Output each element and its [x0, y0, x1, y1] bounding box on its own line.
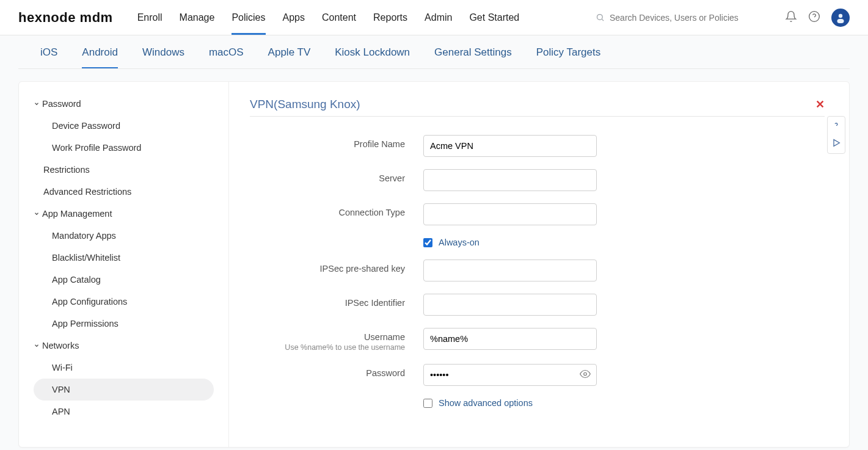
- row-profile-name: Profile Name: [250, 135, 825, 157]
- main-header: VPN(Samsung Knox) ✕: [250, 98, 825, 117]
- select-connection-type[interactable]: [423, 203, 597, 225]
- main-nav-reports[interactable]: Reports: [373, 0, 407, 35]
- close-icon[interactable]: ✕: [815, 98, 825, 111]
- eye-icon[interactable]: [580, 369, 591, 382]
- sidebar-group-label: Password: [42, 99, 81, 109]
- search-box[interactable]: [596, 13, 767, 23]
- row-username: Username Use %name% to use the username: [250, 328, 825, 352]
- platform-tab-macos[interactable]: macOS: [209, 46, 244, 68]
- hint-username: Use %name% to use the username: [250, 343, 405, 352]
- row-server: Server: [250, 169, 825, 191]
- avatar[interactable]: [831, 9, 850, 27]
- help-icon[interactable]: [808, 10, 820, 24]
- row-connection-type: Connection Type: [250, 203, 825, 225]
- search-input[interactable]: [610, 13, 767, 23]
- bell-icon[interactable]: [785, 10, 797, 24]
- svg-marker-7: [834, 140, 839, 147]
- sidebar-item-app-configurations[interactable]: App Configurations: [34, 291, 214, 313]
- main-nav-policies[interactable]: Policies: [232, 0, 265, 35]
- label-server: Server: [379, 173, 405, 183]
- input-password[interactable]: [423, 364, 597, 386]
- policy-sidebar: PasswordDevice PasswordWork Profile Pass…: [19, 82, 229, 447]
- row-advanced: Show advanced options: [250, 398, 825, 408]
- platform-tab-windows[interactable]: Windows: [142, 46, 184, 68]
- panel: PasswordDevice PasswordWork Profile Pass…: [18, 81, 850, 448]
- platform-tabs: iOSAndroidWindowsmacOSApple TVKiosk Lock…: [18, 35, 850, 69]
- input-ipsec-id[interactable]: [423, 294, 597, 316]
- main-nav: EnrollManagePoliciesAppsContentReportsAd…: [137, 0, 520, 35]
- search-icon: [596, 13, 605, 22]
- label-always-on[interactable]: Always-on: [439, 238, 480, 247]
- sidebar-item-apn[interactable]: APN: [34, 401, 214, 423]
- main-nav-manage[interactable]: Manage: [180, 0, 215, 35]
- chevron-down-icon: [34, 209, 40, 219]
- label-ipsec-id: IPSec Identifier: [345, 298, 405, 308]
- label-connection-type: Connection Type: [338, 208, 405, 217]
- main-nav-enroll[interactable]: Enroll: [137, 0, 162, 35]
- svg-point-4: [839, 13, 842, 17]
- sidebar-item-advanced-restrictions[interactable]: Advanced Restrictions: [34, 181, 214, 203]
- platform-tab-android[interactable]: Android: [82, 46, 118, 68]
- label-username: Username: [364, 332, 405, 342]
- row-ipsec-psk: IPSec pre-shared key: [250, 259, 825, 281]
- svg-line-1: [602, 19, 604, 21]
- main-nav-apps[interactable]: Apps: [283, 0, 305, 35]
- sidebar-item-device-password[interactable]: Device Password: [34, 115, 214, 137]
- page-title: VPN(Samsung Knox): [250, 98, 360, 111]
- sidebar-item-vpn[interactable]: VPN: [34, 379, 214, 401]
- input-username[interactable]: [423, 328, 597, 350]
- topbar: hexnode mdm EnrollManagePoliciesAppsCont…: [0, 0, 868, 35]
- chevron-down-icon: [34, 99, 40, 109]
- top-icons: [785, 9, 850, 27]
- play-icon[interactable]: [831, 138, 841, 150]
- svg-rect-5: [837, 19, 844, 23]
- svg-point-8: [584, 372, 587, 376]
- sidebar-item-blacklist-whitelist[interactable]: Blacklist/Whitelist: [34, 247, 214, 269]
- sidebar-group-label: App Management: [42, 209, 112, 219]
- main-nav-content[interactable]: Content: [322, 0, 356, 35]
- brand-logo: hexnode mdm: [18, 10, 113, 26]
- help-rail: [827, 116, 845, 154]
- sidebar-item-app-permissions[interactable]: App Permissions: [34, 313, 214, 335]
- label-ipsec-psk: IPSec pre-shared key: [320, 264, 405, 274]
- row-password: Password: [250, 364, 825, 386]
- checkbox-advanced[interactable]: [423, 399, 432, 408]
- sidebar-group-password[interactable]: Password: [34, 93, 214, 115]
- platform-tab-apple-tv[interactable]: Apple TV: [268, 46, 311, 68]
- help-question-icon[interactable]: [831, 120, 841, 132]
- svg-point-2: [809, 12, 820, 22]
- main-area: VPN(Samsung Knox) ✕ Profile Name Server: [229, 82, 849, 447]
- row-ipsec-id: IPSec Identifier: [250, 294, 825, 316]
- chevron-down-icon: [34, 341, 40, 350]
- input-ipsec-psk[interactable]: [423, 259, 597, 281]
- row-always-on: Always-on: [250, 238, 825, 247]
- sidebar-item-app-catalog[interactable]: App Catalog: [34, 269, 214, 291]
- sidebar-item-wi-fi[interactable]: Wi-Fi: [34, 357, 214, 379]
- sidebar-item-restrictions[interactable]: Restrictions: [34, 159, 214, 181]
- label-advanced[interactable]: Show advanced options: [439, 398, 533, 408]
- sidebar-group-label: Networks: [42, 341, 79, 350]
- platform-tab-ios[interactable]: iOS: [40, 46, 57, 68]
- platform-tab-general-settings[interactable]: General Settings: [434, 46, 512, 68]
- svg-point-0: [597, 15, 603, 20]
- platform-tab-kiosk-lockdown[interactable]: Kiosk Lockdown: [335, 46, 410, 68]
- sidebar-item-work-profile-password[interactable]: Work Profile Password: [34, 137, 214, 159]
- platform-tab-policy-targets[interactable]: Policy Targets: [536, 46, 601, 68]
- sidebar-item-mandatory-apps[interactable]: Mandatory Apps: [34, 225, 214, 247]
- label-password: Password: [366, 368, 405, 378]
- label-profile-name: Profile Name: [354, 139, 405, 149]
- sidebar-group-networks[interactable]: Networks: [34, 335, 214, 357]
- input-profile-name[interactable]: [423, 135, 597, 157]
- content-wrap: iOSAndroidWindowsmacOSApple TVKiosk Lock…: [0, 35, 868, 450]
- main-nav-admin[interactable]: Admin: [425, 0, 452, 35]
- input-server[interactable]: [423, 169, 597, 191]
- checkbox-always-on[interactable]: [423, 238, 432, 247]
- main-nav-get-started[interactable]: Get Started: [469, 0, 519, 35]
- sidebar-group-app-management[interactable]: App Management: [34, 203, 214, 225]
